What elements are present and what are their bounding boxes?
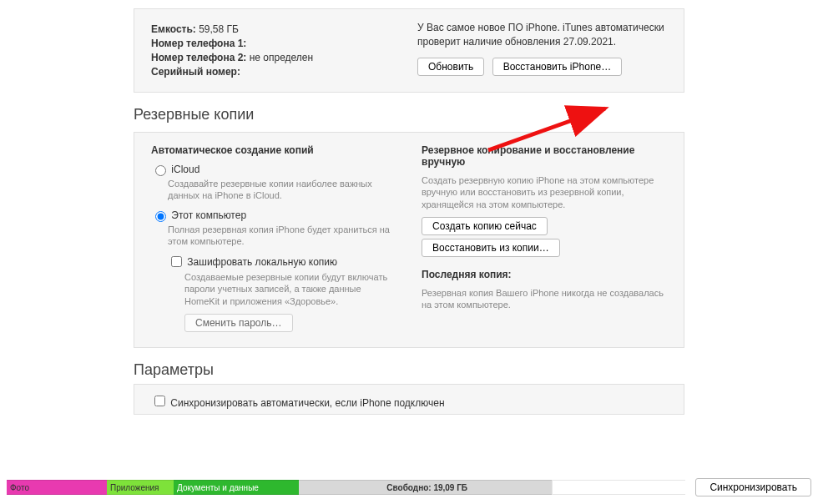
serial-label: Серийный номер:	[151, 66, 240, 78]
device-info-panel: Емкость: 59,58 ГБ Номер телефона 1: Номе…	[134, 8, 684, 93]
sync-button[interactable]: Синхронизировать	[695, 478, 811, 496]
auto-backup-heading: Автоматическое создание копий	[151, 144, 396, 156]
encrypt-desc: Создаваемые резервные копии будут включа…	[184, 271, 396, 307]
options-panel: Синхронизировать автоматически, если iPh…	[134, 384, 684, 415]
restore-from-backup-button[interactable]: Восстановить из копии…	[422, 239, 560, 257]
storage-seg-docs: Документы и данные	[174, 480, 299, 495]
encrypt-label: Зашифровать локальную копию	[187, 256, 337, 268]
icloud-label: iCloud	[171, 164, 199, 175]
capacity-label: Емкость:	[151, 23, 196, 35]
phone2-label: Номер телефона 2:	[151, 52, 246, 63]
backup-now-button[interactable]: Создать копию сейчас	[422, 217, 548, 235]
storage-bar: Фото Приложения Документы и данные Свобо…	[7, 479, 811, 496]
backups-panel: Автоматическое создание копий iCloud Соз…	[134, 132, 684, 348]
icloud-radio[interactable]	[155, 165, 166, 176]
last-backup-heading: Последняя копия:	[422, 269, 667, 280]
thispc-radio[interactable]	[155, 211, 166, 222]
phone1-label: Номер телефона 1:	[151, 38, 246, 49]
options-section-title: Параметры	[134, 361, 801, 379]
phone2-value: не определен	[250, 52, 313, 63]
auto-sync-label: Синхронизировать автоматически, если iPh…	[170, 397, 444, 409]
manual-backup-heading: Резервное копирование и восстановление в…	[422, 144, 667, 168]
encrypt-checkbox[interactable]	[171, 256, 182, 267]
storage-seg-empty	[552, 480, 685, 495]
restore-iphone-button[interactable]: Восстановить iPhone…	[492, 58, 623, 76]
icloud-desc: Создавайте резервные копии наиболее важн…	[168, 178, 396, 202]
thispc-label: Этот компьютер	[171, 209, 246, 221]
backups-section-title: Резервные копии	[134, 106, 801, 123]
storage-seg-free: Свободно: 19,09 ГБ	[299, 480, 552, 495]
manual-backup-desc: Создать резервную копию iPhone на этом к…	[422, 174, 667, 210]
last-backup-desc: Резервная копия Вашего iPhone никогда не…	[422, 287, 667, 311]
change-password-button[interactable]: Сменить пароль…	[184, 314, 293, 332]
storage-seg-apps: Приложения	[107, 480, 174, 495]
storage-seg-photo: Фото	[7, 480, 107, 495]
update-button[interactable]: Обновить	[417, 58, 484, 76]
capacity-value: 59,58 ГБ	[199, 23, 239, 35]
thispc-desc: Полная резервная копия iPhone будет хран…	[168, 224, 396, 248]
update-status-text: У Вас самое новое ПО iPhone. iTunes авто…	[417, 21, 667, 49]
auto-sync-checkbox[interactable]	[154, 396, 165, 406]
